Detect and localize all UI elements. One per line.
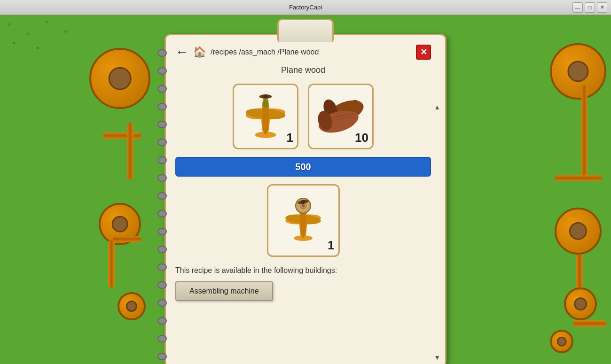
craft-time-bar: 500 xyxy=(175,157,431,177)
ring-6 xyxy=(157,139,167,146)
ring-12 xyxy=(157,246,167,253)
ingredients-row: 1 xyxy=(175,84,431,149)
clipboard-clip xyxy=(277,19,334,42)
ring-17 xyxy=(157,335,167,342)
close-window-button[interactable]: ✕ xyxy=(597,2,607,13)
svg-point-5 xyxy=(264,94,268,99)
output-plane-icon xyxy=(275,193,331,249)
ring-5 xyxy=(157,121,167,128)
title-bar: FactoryCapi — □ ✕ xyxy=(0,0,611,15)
notebook: ▲ ▼ ← 🏠 /recipes /ass_mach /Plane wood ✕… xyxy=(164,34,446,364)
ring-10 xyxy=(157,210,167,217)
ring-13 xyxy=(157,263,167,271)
scroll-down-arrow[interactable]: ▼ xyxy=(434,354,440,361)
svg-point-7 xyxy=(263,99,268,108)
game-background: ▲ ▼ ← 🏠 /recipes /ass_mach /Plane wood ✕… xyxy=(0,15,611,364)
ingredient-wood-box[interactable]: 10 xyxy=(308,84,374,149)
ring-4 xyxy=(157,103,167,110)
close-recipe-button[interactable]: ✕ xyxy=(416,45,431,60)
ring-16 xyxy=(157,317,167,325)
recipe-title: Plane wood xyxy=(175,65,431,75)
ring-8 xyxy=(157,174,167,182)
svg-point-24 xyxy=(302,204,305,207)
ingredient2-count: 10 xyxy=(355,131,368,145)
ring-1 xyxy=(157,49,167,57)
minimize-button[interactable]: — xyxy=(572,2,583,13)
window-controls: — □ ✕ xyxy=(572,2,607,13)
notebook-content: ← 🏠 /recipes /ass_mach /Plane wood ✕ Pla… xyxy=(166,35,445,364)
window-title: FactoryCapi xyxy=(289,4,322,11)
breadcrumb: /recipes /ass_mach /Plane wood xyxy=(211,48,319,56)
ring-14 xyxy=(157,281,167,289)
craft-time-value: 500 xyxy=(295,162,311,172)
ingredient-plane-box[interactable]: 1 xyxy=(233,84,298,149)
ring-3 xyxy=(157,85,167,93)
spiral-rings xyxy=(157,49,167,359)
ring-9 xyxy=(157,192,167,200)
scroll-up-arrow[interactable]: ▲ xyxy=(434,103,440,111)
output-count: 1 xyxy=(328,238,334,253)
buildings-label: This recipe is available in the followin… xyxy=(175,266,431,275)
output-plane-box[interactable]: 1 xyxy=(267,184,340,257)
ring-15 xyxy=(157,299,167,307)
output-section: 1 xyxy=(175,184,431,257)
ingredient1-count: 1 xyxy=(287,131,293,145)
ring-18 xyxy=(157,353,167,360)
restore-button[interactable]: □ xyxy=(585,2,595,13)
ring-7 xyxy=(157,156,167,164)
home-button[interactable]: 🏠 xyxy=(193,46,206,58)
back-button[interactable]: ← xyxy=(175,46,188,59)
ring-11 xyxy=(157,228,167,235)
nav-bar: ← 🏠 /recipes /ass_mach /Plane wood ✕ xyxy=(175,45,431,60)
ring-2 xyxy=(157,67,167,75)
assembling-machine-button[interactable]: Assembling machine xyxy=(175,281,273,301)
svg-point-26 xyxy=(301,200,305,204)
